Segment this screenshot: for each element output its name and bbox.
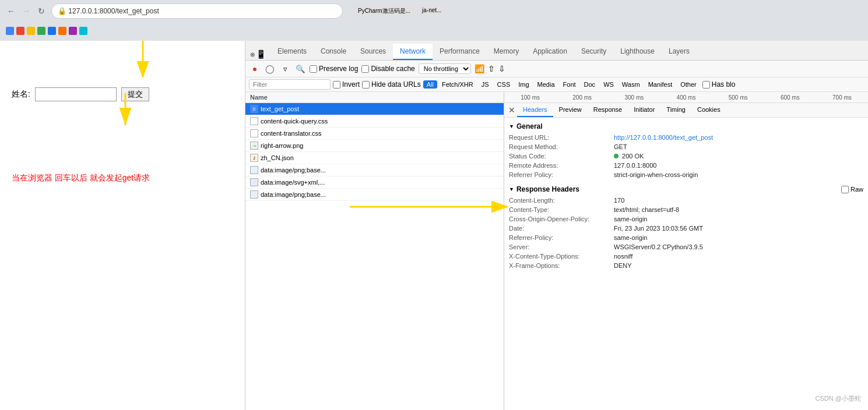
has-blocked-checkbox[interactable] <box>702 81 710 89</box>
raw-checkbox-label[interactable]: Raw <box>841 186 863 193</box>
bookmark-icon-6[interactable] <box>58 27 66 35</box>
tab-sources[interactable]: Sources <box>353 44 393 60</box>
preserve-log-label[interactable]: Preserve log <box>310 65 358 73</box>
browser-nav: ← → ↻ 🔒 127.0.0.1:8000/text_get_post PyC… <box>0 0 868 22</box>
tab-security[interactable]: Security <box>574 44 613 60</box>
nav-refresh-button[interactable]: ↻ <box>36 6 47 16</box>
row-name-right-arrow: right-arrow.png <box>261 142 499 149</box>
record-button[interactable]: ● <box>249 63 261 75</box>
invert-checkbox[interactable] <box>333 81 340 89</box>
content-type-val: text/html; charset=utf-8 <box>614 206 863 213</box>
tab-performance[interactable]: Performance <box>433 44 487 60</box>
name-column-header: Name <box>245 92 504 102</box>
x-frame-key: X-Frame-Options: <box>509 262 614 269</box>
invert-label[interactable]: Invert <box>333 80 360 89</box>
name-input[interactable] <box>35 87 117 101</box>
submit-button[interactable]: 提交 <box>121 87 149 101</box>
throttle-select[interactable]: No throttling Fast 3G Slow 3G <box>419 63 471 74</box>
raw-checkbox[interactable] <box>841 186 849 193</box>
cross-origin-row: Cross-Origin-Opener-Policy: same-origin <box>509 215 863 222</box>
details-close-button[interactable]: ✕ <box>507 105 517 115</box>
search-button[interactable]: 🔍 <box>294 63 306 75</box>
tab-headers[interactable]: Headers <box>517 103 553 117</box>
bookmark-icon-8[interactable] <box>79 27 87 35</box>
filter-js[interactable]: JS <box>478 80 493 89</box>
filter-doc[interactable]: Doc <box>581 80 599 89</box>
nav-forward-button[interactable]: → <box>21 6 31 16</box>
filter-other[interactable]: Other <box>677 80 700 89</box>
referrer-policy-resp-key: Referrer-Policy: <box>509 234 614 241</box>
network-row-text-get-post[interactable]: D text_get_post <box>245 103 504 115</box>
network-list-panel: D text_get_post content-quick-query.css <box>245 103 504 410</box>
filter-ws[interactable]: WS <box>600 80 617 89</box>
request-details: ✕ Headers Preview Response Initiator Tim… <box>504 103 868 410</box>
remote-address-key: Remote Address: <box>509 162 614 169</box>
address-bar[interactable]: 🔒 127.0.0.1:8000/text_get_post <box>51 3 343 19</box>
network-row-data-png-2[interactable]: data:image/png;base... <box>245 189 504 201</box>
network-row-quick-query[interactable]: content-quick-query.css <box>245 115 504 128</box>
nav-back-button[interactable]: ← <box>6 6 16 16</box>
filter-img[interactable]: Img <box>515 80 532 89</box>
clear-button[interactable]: ◯ <box>264 63 276 75</box>
disable-cache-label[interactable]: Disable cache <box>361 65 414 73</box>
filter-css[interactable]: CSS <box>494 80 514 89</box>
disable-cache-checkbox[interactable] <box>361 65 369 73</box>
filter-media[interactable]: Media <box>534 80 558 89</box>
filter-input[interactable] <box>249 79 331 90</box>
tab-application[interactable]: Application <box>526 44 574 60</box>
wifi-icon[interactable]: 📶 <box>475 64 484 73</box>
tab-elements[interactable]: Elements <box>270 44 314 60</box>
timeline-label-300: 300 ms <box>608 94 660 101</box>
filter-all[interactable]: All <box>423 80 437 89</box>
bookmark-icon-3[interactable] <box>27 27 35 35</box>
export-icon[interactable]: ⇩ <box>498 64 505 73</box>
tab-preview[interactable]: Preview <box>553 103 588 117</box>
tab-console[interactable]: Console <box>314 44 353 60</box>
date-row: Date: Fri, 23 Jun 2023 10:03:56 GMT <box>509 225 863 232</box>
bookmark-icon-7[interactable] <box>69 27 77 35</box>
import-icon[interactable]: ⇧ <box>488 64 495 73</box>
filter-button[interactable]: ▿ <box>279 63 291 75</box>
network-row-zh-cn[interactable]: J zh_CN.json <box>245 152 504 164</box>
devtools-device-icon[interactable]: 📱 <box>256 50 266 59</box>
devtools-select-icon[interactable]: ⎈ <box>250 50 255 59</box>
bookmark-icon-5[interactable] <box>48 27 56 35</box>
bookmark-icon-1[interactable] <box>6 27 14 35</box>
remote-address-row: Remote Address: 127.0.0.1:8000 <box>509 162 863 169</box>
network-row-data-svg[interactable]: data:image/svg+xml,... <box>245 176 504 189</box>
filter-manifest[interactable]: Manifest <box>645 80 676 89</box>
hide-data-urls-checkbox[interactable] <box>362 81 370 89</box>
tab-memory[interactable]: Memory <box>487 44 526 60</box>
filter-font[interactable]: Font <box>560 80 579 89</box>
has-blocked-label[interactable]: Has blo <box>702 80 736 89</box>
preserve-log-checkbox[interactable] <box>310 65 317 73</box>
tab-response[interactable]: Response <box>588 103 628 117</box>
row-icon-png2 <box>250 190 258 199</box>
tab-initiator[interactable]: Initiator <box>628 103 660 117</box>
filter-wasm[interactable]: Wasm <box>619 80 644 89</box>
tab-timing[interactable]: Timing <box>660 103 691 117</box>
referrer-policy-resp-row: Referrer-Policy: same-origin <box>509 234 863 241</box>
timeline-header: 100 ms 200 ms 300 ms 400 ms 500 ms 600 m… <box>504 94 868 101</box>
date-val: Fri, 23 Jun 2023 10:03:56 GMT <box>614 225 863 232</box>
content-type-key: Content-Type: <box>509 206 614 213</box>
request-url-key: Request URL: <box>509 134 614 141</box>
bookmark-icon-4[interactable] <box>37 27 45 35</box>
network-row-right-arrow[interactable]: → right-arrow.png <box>245 140 504 152</box>
network-row-translator[interactable]: content-translator.css <box>245 128 504 140</box>
name-label: 姓名: <box>12 89 30 100</box>
tab-lighthouse[interactable]: Lighthouse <box>613 44 662 60</box>
tab-cookies[interactable]: Cookies <box>691 103 726 117</box>
network-row-data-png-1[interactable]: data:image/png;base... <box>245 164 504 176</box>
tab-network[interactable]: Network <box>393 44 433 60</box>
network-list-body: D text_get_post content-quick-query.css <box>245 103 504 410</box>
cross-origin-val: same-origin <box>614 215 863 222</box>
bookmark-janet[interactable]: ja-net... <box>417 6 446 16</box>
hide-data-urls-label[interactable]: Hide data URLs <box>362 80 421 89</box>
bookmark-pychar[interactable]: PyCharm激活码是... <box>353 6 415 16</box>
content-length-key: Content-Length: <box>509 197 614 204</box>
filter-fetch-xhr[interactable]: Fetch/XHR <box>438 80 477 89</box>
bookmark-icon-2[interactable] <box>16 27 24 35</box>
main-content: 姓名: 提交 当在浏览器 回车以后 就会发起get请求 ⎈ 📱 Elements… <box>0 41 868 410</box>
tab-layers[interactable]: Layers <box>662 44 697 60</box>
